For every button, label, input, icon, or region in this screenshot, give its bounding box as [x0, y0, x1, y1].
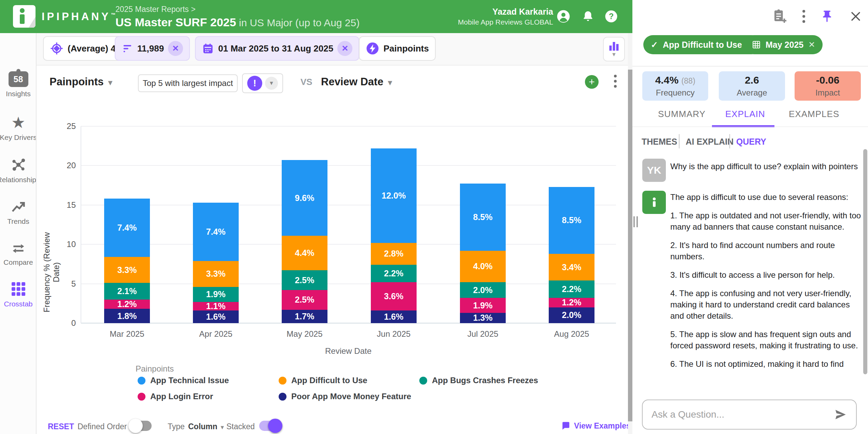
stacked-label: Stacked — [226, 422, 255, 431]
sidebar-item-trends[interactable]: Trends — [0, 199, 37, 237]
selected-painpoint-label: App Difficult to Use — [663, 40, 742, 50]
add-note-icon[interactable] — [771, 8, 787, 25]
ask-question-box[interactable] — [642, 400, 857, 430]
brand-name: IPIPHANY™ — [42, 11, 115, 23]
assistant-answer: The app is difficult to use due to sever… — [670, 191, 862, 377]
sidebar-item-label: Key Drivers — [0, 133, 37, 142]
bar-segment[interactable]: 2.0% — [549, 307, 594, 323]
legend-item[interactable]: App Difficult to Use — [279, 376, 367, 385]
average-stat-card: 2.6 Average — [719, 71, 785, 101]
sidebar-item-crosstab[interactable]: Crosstab — [0, 281, 37, 319]
detail-panel: ✓ App Difficult to Use ✕ May 2025 ✕ 4.4%… — [632, 33, 868, 434]
bar-segment[interactable]: 1.3% — [460, 313, 506, 323]
ask-question-input[interactable] — [652, 409, 834, 420]
sidebar-item-compare[interactable]: Compare — [0, 241, 37, 279]
close-icon[interactable] — [848, 8, 864, 25]
bar-segment[interactable]: 7.4% — [104, 199, 150, 257]
answer-point: 4. The app is confusing and not very use… — [670, 288, 862, 321]
svg-text:?: ? — [609, 12, 614, 21]
bar-segment[interactable]: 12.0% — [371, 148, 417, 243]
subtab-query[interactable]: QUERY — [736, 137, 766, 147]
divider — [679, 134, 680, 148]
bar-segment[interactable]: 3.3% — [193, 261, 239, 287]
compare-arrows-icon — [10, 241, 27, 256]
defined-order-label: Defined Order — [78, 422, 127, 431]
help-icon[interactable]: ? — [604, 9, 619, 24]
bar-segment[interactable]: 8.5% — [549, 187, 594, 254]
sidebar-item-insights[interactable]: 58 Insights — [0, 71, 37, 110]
more-options-icon[interactable] — [796, 8, 812, 25]
bar-segment[interactable]: 9.6% — [282, 160, 327, 236]
view-examples-button[interactable]: View Examples — [560, 421, 631, 431]
notifications-icon[interactable] — [580, 9, 596, 24]
legend-item[interactable]: Poor App Move Money Feature — [279, 392, 411, 401]
bar-segment[interactable]: 1.1% — [193, 302, 239, 310]
assistant-logo-icon — [647, 196, 661, 209]
grid-icon — [10, 281, 27, 297]
bar-segment[interactable]: 1.2% — [549, 298, 594, 307]
bar-segment[interactable]: 1.8% — [104, 309, 150, 323]
bar-segment[interactable]: 1.9% — [193, 287, 239, 302]
bar-segment[interactable]: 1.2% — [104, 300, 150, 309]
main-content: (Average) 4.1 11,989 ✕ 01 Mar 2025 to 31… — [37, 33, 632, 434]
impact-stat-card: -0.06 Impact — [795, 71, 861, 101]
tab-summary[interactable]: SUMMARY — [658, 109, 705, 119]
bar-segment[interactable]: 1.7% — [282, 310, 327, 323]
trend-icon — [10, 199, 27, 215]
legend-item[interactable]: App Login Error — [138, 392, 213, 401]
sidebar-item-key-drivers[interactable]: ★ Key Drivers — [0, 114, 37, 153]
selected-month-label: May 2025 — [766, 40, 803, 50]
assistant-avatar — [642, 191, 666, 214]
subtab-themes[interactable]: THEMES — [642, 137, 677, 147]
user-name: Yazad Karkaria — [454, 7, 553, 17]
answer-point: 3. It's difficult to access a live perso… — [670, 269, 862, 280]
sidebar-item-label: Trends — [7, 217, 29, 226]
frequency-stat-card: 4.4% (88) Frequency — [642, 71, 708, 101]
bar-segment[interactable]: 2.8% — [371, 243, 417, 265]
bar-segment[interactable]: 2.2% — [371, 265, 417, 282]
stacked-toggle[interactable] — [259, 421, 281, 431]
bar-segment[interactable]: 3.3% — [104, 257, 150, 283]
main-scrollbar-thumb[interactable] — [628, 70, 632, 421]
divider — [632, 127, 868, 127]
breadcrumb[interactable]: 2025 Master Reports > — [115, 5, 196, 14]
sidebar-item-label: Compare — [3, 258, 33, 266]
bar-segment[interactable]: 2.5% — [282, 270, 327, 290]
panel-resize-handle[interactable] — [633, 216, 639, 227]
bar-segment[interactable]: 1.9% — [460, 298, 506, 313]
bar-segment[interactable]: 2.0% — [460, 282, 506, 298]
bar-segment[interactable]: 1.6% — [371, 310, 417, 323]
chat-bubble-icon — [560, 421, 571, 431]
reset-button[interactable]: RESET — [48, 422, 74, 431]
bar-segment[interactable]: 4.4% — [282, 236, 327, 271]
subtab-ai-explain[interactable]: AI EXPLAIN — [686, 137, 733, 147]
brand-logo[interactable] — [13, 5, 36, 28]
selected-painpoint-chip[interactable]: ✓ App Difficult to Use ✕ — [643, 35, 761, 54]
defined-order-toggle[interactable] — [130, 421, 152, 431]
send-icon[interactable] — [834, 408, 847, 421]
tab-explain[interactable]: EXPLAIN — [725, 109, 765, 119]
bar-segment[interactable]: 2.1% — [104, 283, 150, 299]
type-dropdown[interactable]: Column ▼ — [188, 422, 225, 431]
legend-title: Painpoints — [136, 364, 174, 374]
user-avatar: YK — [642, 159, 666, 182]
bar-segment[interactable]: 3.6% — [371, 282, 417, 310]
selected-month-chip[interactable]: May 2025 ✕ — [744, 35, 823, 54]
remove-chip-icon[interactable]: ✕ — [808, 40, 815, 49]
bar-segment[interactable]: 4.0% — [460, 251, 506, 282]
panel-scrollbar-thumb[interactable] — [863, 149, 867, 374]
bar-segment[interactable]: 2.5% — [282, 290, 327, 310]
legend-item[interactable]: App Bugs Crashes Freezes — [419, 376, 538, 385]
bar-segment[interactable]: 1.6% — [193, 310, 239, 323]
bar-segment[interactable]: 7.4% — [193, 203, 239, 261]
sidebar-item-relationships[interactable]: Relationships — [0, 157, 37, 195]
bar-segment[interactable]: 8.5% — [460, 184, 506, 250]
user-question: Why is the app difficult to use? explain… — [670, 160, 862, 173]
tab-examples[interactable]: EXAMPLES — [789, 109, 839, 119]
pin-icon[interactable] — [819, 8, 835, 25]
sidebar-item-label: Crosstab — [4, 300, 32, 308]
legend-item[interactable]: App Technical Issue — [138, 376, 229, 385]
bar-segment[interactable]: 2.2% — [549, 280, 594, 298]
bar-segment[interactable]: 3.4% — [549, 254, 594, 280]
account-icon[interactable] — [556, 9, 571, 24]
